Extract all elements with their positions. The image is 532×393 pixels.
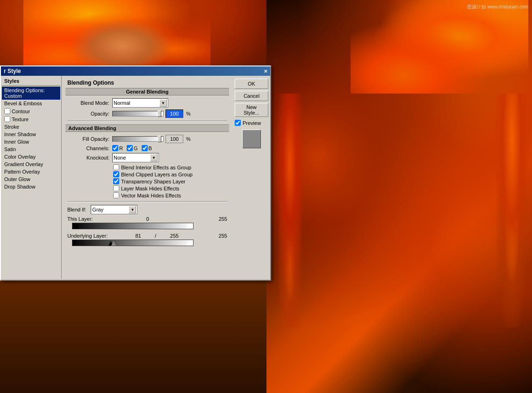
this-layer-slider-track[interactable] bbox=[72, 223, 194, 229]
blend-mode-dropdown[interactable]: Normal ▼ bbox=[112, 98, 168, 108]
channels-label: Channels: bbox=[67, 146, 109, 151]
knockout-value: None bbox=[114, 155, 126, 160]
blend-mode-value: Normal bbox=[114, 100, 130, 106]
section-divider-2 bbox=[67, 201, 227, 202]
preview-checkbox[interactable] bbox=[235, 120, 241, 126]
dialog-body: Styles Blending Options: Custom Bevel & … bbox=[1, 76, 270, 279]
channel-r-checkbox[interactable] bbox=[112, 145, 118, 151]
blend-clipped-row: Blend Clipped Layers as Group bbox=[113, 171, 227, 177]
blend-if-dropdown[interactable]: Gray ▼ bbox=[91, 205, 137, 214]
sidebar-item-contour[interactable]: Contour bbox=[2, 107, 60, 115]
transparency-shapes-checkbox[interactable] bbox=[113, 178, 119, 184]
sidebar-item-label: Gradient Overlay bbox=[4, 161, 43, 167]
sidebar-item-blending-options[interactable]: Blending Options: Custom bbox=[2, 87, 60, 100]
blend-if-arrow-icon[interactable]: ▼ bbox=[129, 206, 136, 213]
sidebar-item-drop-shadow[interactable]: Drop Shadow bbox=[2, 183, 60, 190]
underlying-min: 81 bbox=[135, 233, 141, 239]
sidebar-item-label: Texture bbox=[12, 116, 29, 122]
underlying-slider-track[interactable] bbox=[72, 240, 194, 246]
sidebar-item-label: Contour bbox=[12, 109, 30, 114]
channel-g-checkbox[interactable] bbox=[127, 145, 133, 151]
underlying-layer-labels: Underlying Layer: 81 / 255 255 bbox=[67, 233, 227, 239]
blend-interior-label: Blend Interior Effects as Group bbox=[121, 165, 191, 170]
underlying-layer-label: Underlying Layer: bbox=[67, 233, 114, 239]
sidebar-item-label: Color Overlay bbox=[4, 154, 36, 160]
underlying-thumb-mid[interactable] bbox=[111, 241, 116, 246]
ok-button[interactable]: OK bbox=[235, 79, 268, 89]
close-icon[interactable]: ✕ bbox=[264, 69, 267, 74]
knockout-dropdown[interactable]: None ▼ bbox=[112, 153, 159, 162]
channel-g-check: G bbox=[127, 145, 138, 151]
knockout-arrow-icon[interactable]: ▼ bbox=[150, 154, 158, 161]
layer-mask-checkbox[interactable] bbox=[113, 185, 119, 191]
this-layer-min: 0 bbox=[146, 216, 149, 222]
layer-style-dialog: r Style ✕ Styles Blending Options: Custo… bbox=[0, 66, 271, 281]
sidebar-item-color-overlay[interactable]: Color Overlay bbox=[2, 153, 60, 160]
sidebar-item-texture[interactable]: Texture bbox=[2, 115, 60, 123]
underlying-thumb-right[interactable] bbox=[187, 241, 191, 246]
sidebar-item-stroke[interactable]: Stroke bbox=[2, 123, 60, 131]
channel-b-check: B bbox=[142, 145, 152, 151]
channel-b-checkbox[interactable] bbox=[142, 145, 148, 151]
contour-checkbox[interactable] bbox=[4, 108, 10, 114]
blend-if-row: Blend If: Gray ▼ bbox=[67, 205, 227, 214]
general-blending-title: General Blending bbox=[65, 88, 229, 95]
opacity-slider-track[interactable] bbox=[112, 111, 164, 116]
fill-opacity-thumb[interactable] bbox=[158, 136, 161, 142]
underlying-layer-slider-container[interactable] bbox=[72, 240, 194, 246]
fill-opacity-row: Fill Opacity: % bbox=[67, 135, 227, 143]
blend-clipped-checkbox[interactable] bbox=[113, 171, 119, 177]
opacity-slider-container: % bbox=[112, 109, 191, 118]
sidebar-item-satin[interactable]: Satin bbox=[2, 146, 60, 153]
blend-mode-label: Blend Mode: bbox=[67, 100, 109, 106]
blending-options-title: Blending Options bbox=[67, 80, 227, 86]
opacity-value-input[interactable] bbox=[165, 109, 183, 118]
this-layer-slider-container[interactable] bbox=[72, 223, 194, 229]
transparency-shapes-row: Transparency Shapes Layer bbox=[113, 178, 227, 184]
opacity-row: Opacity: % bbox=[67, 109, 227, 118]
opacity-slider-thumb[interactable] bbox=[158, 110, 161, 117]
blend-clipped-label: Blend Clipped Layers as Group bbox=[121, 172, 193, 177]
layer-mask-row: Layer Mask Hides Effects bbox=[113, 185, 227, 191]
texture-checkbox[interactable] bbox=[4, 116, 10, 122]
preview-label: Preview bbox=[243, 120, 261, 126]
opacity-label: Opacity: bbox=[67, 111, 109, 116]
sidebar-item-label: Outer Glow bbox=[4, 176, 30, 182]
underlying-max: 255 bbox=[219, 233, 227, 239]
sidebar-item-label: Satin bbox=[4, 146, 16, 152]
sidebar-item-inner-glow[interactable]: Inner Glow bbox=[2, 138, 60, 146]
fire-right-side bbox=[491, 94, 532, 328]
blend-interior-checkbox[interactable] bbox=[113, 164, 119, 170]
channels-checkboxes: R G B bbox=[112, 145, 152, 151]
fill-opacity-percent: % bbox=[186, 136, 191, 142]
this-layer-max: 255 bbox=[219, 216, 227, 222]
underlying-mid: 255 bbox=[170, 233, 179, 239]
cancel-button[interactable]: Cancel bbox=[235, 91, 268, 101]
main-container: 思源计划 www.missyuan.com r Style ✕ Styles B… bbox=[0, 0, 532, 393]
sidebar-item-label: Bevel & Emboss bbox=[4, 101, 42, 106]
knockout-row: Knockout: None ▼ bbox=[67, 153, 227, 162]
new-style-button[interactable]: New Style... bbox=[235, 103, 268, 117]
fill-opacity-input[interactable] bbox=[165, 135, 183, 143]
fill-opacity-slider-track[interactable] bbox=[112, 136, 164, 142]
vector-mask-row: Vector Mask Hides Effects bbox=[113, 192, 227, 198]
opacity-percent: % bbox=[186, 111, 191, 116]
sidebar-item-label: Inner Glow bbox=[4, 139, 29, 145]
fire-left-side bbox=[271, 94, 309, 328]
this-layer-thumb-left[interactable] bbox=[74, 224, 79, 229]
fill-opacity-label: Fill Opacity: bbox=[67, 136, 109, 142]
this-layer-thumb-right[interactable] bbox=[187, 224, 191, 229]
sidebar-item-inner-shadow[interactable]: Inner Shadow bbox=[2, 131, 60, 138]
blend-mode-arrow-icon[interactable]: ▼ bbox=[159, 99, 167, 107]
sidebar-item-outer-glow[interactable]: Outer Glow bbox=[2, 175, 60, 183]
channel-b-label: B bbox=[149, 146, 152, 151]
blend-if-section: Blend If: Gray ▼ This Layer: 0 255 bbox=[67, 205, 227, 246]
vector-mask-checkbox[interactable] bbox=[113, 192, 119, 198]
layer-mask-label: Layer Mask Hides Effects bbox=[121, 186, 180, 191]
sidebar-item-bevel-emboss[interactable]: Bevel & Emboss bbox=[2, 100, 60, 107]
sidebar-item-pattern-overlay[interactable]: Pattern Overlay bbox=[2, 168, 60, 175]
channel-r-check: R bbox=[112, 145, 123, 151]
sidebar-item-gradient-overlay[interactable]: Gradient Overlay bbox=[2, 160, 60, 168]
channel-g-label: G bbox=[134, 146, 138, 151]
sidebar-item-label: Stroke bbox=[4, 124, 19, 130]
